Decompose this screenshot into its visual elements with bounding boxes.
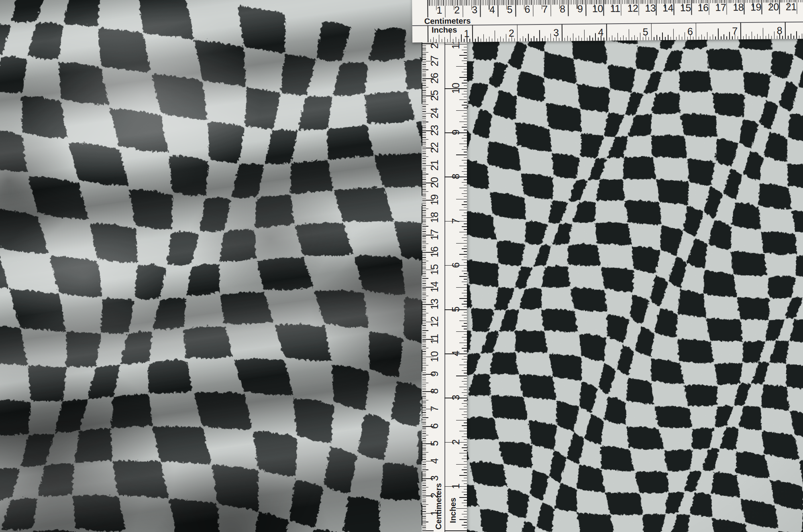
cm-tick [422, 177, 426, 178]
cm-tick-number: 13 [430, 299, 440, 310]
inch-tick [462, 370, 467, 371]
cm-tick [422, 193, 426, 193]
inch-tick [481, 39, 481, 42]
inch-tick [464, 235, 467, 235]
cm-tick [422, 341, 426, 341]
cm-tick [463, 0, 463, 17]
inch-tick [464, 422, 467, 423]
cm-tick [422, 506, 426, 506]
inch-tick [654, 37, 654, 40]
inch-tick [520, 38, 520, 41]
cm-tick [422, 146, 426, 146]
cm-tick [434, 0, 435, 6]
cm-tick [422, 110, 426, 110]
inch-tick [462, 50, 467, 50]
cm-tick [422, 510, 426, 510]
inch-tick [793, 36, 794, 39]
cm-tick [798, 0, 799, 2]
cm-tick [519, 0, 519, 5]
cm-tick-number: 9 [577, 4, 583, 14]
cm-tick [422, 120, 426, 120]
inch-tick [550, 34, 551, 41]
cm-tick-number: 16 [430, 247, 440, 258]
inch-tick [464, 500, 467, 500]
cm-tick [573, 0, 574, 4]
cm-tick [443, 0, 444, 6]
cm-tick [552, 0, 552, 5]
cm-tick [515, 0, 516, 17]
cm-tick-number: 19 [750, 2, 761, 12]
cm-tick [659, 0, 660, 4]
inch-tick [462, 403, 467, 404]
cm-tick [422, 438, 426, 439]
inch-tick [464, 340, 467, 340]
inch-tick [626, 37, 626, 41]
inch-tick [464, 196, 467, 197]
inch-tick [456, 37, 456, 42]
inch-tick [679, 35, 679, 40]
inch-tick [534, 36, 534, 41]
cm-tick [422, 473, 426, 473]
cm-tick [422, 464, 426, 465]
cm-tick [422, 87, 428, 87]
cm-tick [422, 103, 426, 103]
inch-tick [459, 39, 459, 42]
cm-tick [422, 52, 428, 53]
inch-tick [464, 185, 467, 185]
cm-tick [422, 435, 428, 435]
cm-tick [747, 0, 748, 3]
cm-tick [422, 127, 426, 127]
cm-tick [422, 85, 426, 85]
cm-tick [765, 0, 765, 3]
inch-tick [464, 351, 467, 351]
inch-tick [462, 105, 467, 105]
inch-tick [464, 273, 467, 274]
cm-tick [422, 318, 426, 319]
cm-tick [422, 297, 426, 298]
cm-tick [695, 0, 695, 3]
inch-tick [665, 37, 665, 40]
cm-tick [422, 153, 426, 153]
inch-tick [464, 434, 467, 434]
inch-tick [696, 23, 697, 40]
cm-tick [422, 106, 426, 106]
inch-tick [464, 445, 467, 445]
cm-tick [480, 0, 481, 17]
inch-tick [612, 35, 612, 41]
cm-tick [422, 327, 426, 327]
cm-tick [422, 313, 428, 313]
cm-tick [422, 229, 426, 230]
cm-tick [605, 0, 605, 4]
cm-tick [422, 296, 428, 296]
inch-tick [486, 39, 487, 42]
inch-tick [656, 35, 657, 40]
cm-tick [422, 144, 426, 145]
cm-tick-number: 19 [430, 195, 440, 205]
centimeters-label: Centimeters [424, 17, 471, 25]
cm-tick-number: 27 [430, 55, 440, 66]
inch-tick-number: 7 [732, 26, 738, 36]
cm-tick [422, 142, 426, 143]
inch-tick [576, 38, 576, 41]
inch-tick [462, 381, 467, 382]
inch-tick [464, 345, 467, 346]
inch-tick [464, 113, 467, 114]
inch-tick [726, 36, 727, 39]
cm-tick [726, 0, 727, 14]
inch-tick [464, 472, 467, 473]
inch-tick [464, 356, 467, 357]
cm-tick [584, 0, 584, 4]
inch-tick [740, 22, 741, 39]
cm-tick [422, 454, 426, 454]
cm-tick [422, 396, 426, 397]
inch-tick [464, 461, 467, 462]
cm-tick [422, 171, 426, 171]
inch-tick [464, 58, 467, 58]
cm-tick [427, 0, 428, 18]
cm-tick [422, 256, 426, 256]
cm-tick [422, 508, 426, 508]
cm-tick [656, 0, 656, 15]
inch-tick [768, 34, 769, 39]
inch-tick [462, 160, 467, 160]
cm-tick [422, 503, 426, 503]
